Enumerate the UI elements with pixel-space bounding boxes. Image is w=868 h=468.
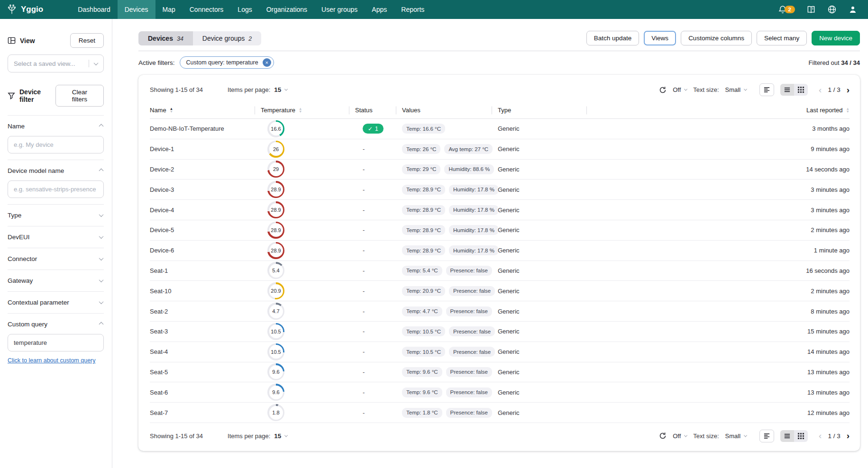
compact-list-view-button[interactable]: [759, 430, 774, 442]
filter-section-input[interactable]: [8, 180, 104, 198]
device-row[interactable]: Device-1 26 - Temp: 26 °CAvg temp: 27 °C…: [150, 139, 850, 160]
nav-item[interactable]: Apps: [365, 0, 394, 19]
value-pill: Temp: 20.9 °C: [402, 286, 445, 296]
items-per-page-select[interactable]: 15: [274, 86, 287, 93]
header-button[interactable]: Customize columns: [681, 31, 752, 45]
device-values: Temp: 5.4 °CPresence: false: [402, 266, 498, 276]
prev-page-button[interactable]: ‹: [819, 85, 822, 95]
column-header[interactable]: Name ▲▼: [150, 102, 261, 118]
nav-item[interactable]: Devices: [118, 0, 155, 19]
refresh-interval-select[interactable]: Off: [673, 432, 687, 440]
yggio-brand[interactable]: Yggio: [0, 0, 52, 19]
device-row[interactable]: Seat-2 4.7 - Temp: 4.7 °CPresence: false…: [150, 301, 850, 322]
device-status: -: [355, 247, 402, 254]
compact-list-view-button[interactable]: [759, 83, 774, 96]
list-view-button[interactable]: [780, 84, 794, 96]
filter-section-header[interactable]: DevEUI: [8, 233, 104, 242]
filter-section-header[interactable]: Gateway: [8, 276, 104, 285]
device-row[interactable]: Seat-6 9.6 - Temp: 9.6 °CPresence: false…: [150, 382, 850, 403]
refresh-interval-select[interactable]: Off: [673, 86, 687, 93]
nav-item[interactable]: Organizations: [259, 0, 314, 19]
docs-book-icon[interactable]: [806, 5, 816, 14]
device-row[interactable]: Device-4 28.9 - Temp: 28.9 °CHumidity: 1…: [150, 200, 850, 220]
reset-view-button[interactable]: Reset: [70, 33, 104, 48]
clear-filters-button[interactable]: Clear filters: [55, 85, 104, 107]
nav-item[interactable]: Connectors: [183, 0, 231, 19]
device-status: -: [355, 145, 402, 153]
device-row[interactable]: Device-2 29 - Temp: 29 °CHumidity: 88.6 …: [150, 160, 850, 180]
device-row[interactable]: Demo-NB-IoT-Temperature 16.6 ✓1 Temp: 16…: [150, 119, 850, 139]
filter-section: Gateway: [8, 270, 104, 291]
chevron-down-icon: [284, 88, 288, 91]
device-row[interactable]: Seat-4 10.5 - Temp: 10.5 °CPresence: fal…: [150, 342, 850, 362]
device-row[interactable]: Seat-10 20.9 - Temp: 20.9 °CPresence: fa…: [150, 281, 850, 301]
header-button[interactable]: Views: [644, 31, 676, 45]
filter-section-header[interactable]: Contextual parameter: [8, 298, 104, 307]
device-values: Temp: 1.8 °CPresence: false: [402, 408, 498, 418]
saved-view-select[interactable]: Select a saved view...: [8, 54, 104, 72]
device-row[interactable]: Seat-7 1.8 - Temp: 1.8 °CPresence: false…: [150, 403, 850, 423]
chevron-down-icon: [684, 434, 687, 437]
header-button[interactable]: Select many: [757, 31, 807, 45]
device-name: Device-1: [150, 145, 261, 153]
list-view-button[interactable]: [780, 430, 794, 442]
text-size-label: Text size:: [693, 432, 719, 440]
value-pill: Presence: false: [446, 408, 492, 418]
device-row[interactable]: Seat-3 10.5 - Temp: 10.5 °CPresence: fal…: [150, 322, 850, 342]
device-row[interactable]: Seat-5 9.6 - Temp: 9.6 °CPresence: false…: [150, 362, 850, 383]
device-type: Generic: [498, 389, 593, 396]
device-status: -: [355, 308, 402, 315]
tab[interactable]: Device groups2: [193, 31, 261, 45]
filter-section-header[interactable]: Connector: [8, 254, 104, 263]
filter-section-header[interactable]: Custom query: [8, 320, 104, 329]
notifications-bell-icon[interactable]: 2: [778, 5, 795, 14]
value-pill: Presence: false: [449, 347, 495, 357]
chevron-icon: [99, 169, 104, 173]
grid-view-button[interactable]: [794, 84, 808, 96]
next-page-button[interactable]: ›: [847, 85, 850, 95]
remove-filter-icon[interactable]: ×: [263, 58, 271, 67]
auto-refresh-icon[interactable]: [659, 86, 667, 94]
device-values: Temp: 28.9 °CHumidity: 17.8 %: [402, 205, 498, 215]
device-row[interactable]: Device-3 28.9 - Temp: 28.9 °CHumidity: 1…: [150, 180, 850, 200]
temperature-gauge: 16.6: [267, 120, 284, 137]
filter-section-input[interactable]: [8, 136, 104, 153]
text-size-select[interactable]: Small: [725, 432, 747, 440]
text-size-select[interactable]: Small: [725, 86, 747, 93]
top-navbar: Yggio DashboardDevicesMapConnectorsLogsO…: [0, 0, 868, 19]
next-page-button[interactable]: ›: [847, 431, 850, 441]
temperature-gauge: 10.5: [267, 323, 284, 340]
column-header[interactable]: Last reported ▲▼: [774, 102, 850, 118]
header-button[interactable]: New device: [812, 31, 860, 45]
filter-section-header[interactable]: Device model name: [8, 166, 104, 175]
device-values: Temp: 28.9 °CHumidity: 17.8 %: [402, 225, 498, 235]
device-row[interactable]: Device-5 28.9 - Temp: 28.9 °CHumidity: 1…: [150, 220, 850, 241]
chevron-icon: [99, 234, 104, 239]
device-name: Seat-3: [150, 328, 261, 335]
items-per-page-select[interactable]: 15: [274, 432, 287, 440]
header-button[interactable]: Batch update: [586, 31, 640, 45]
nav-item[interactable]: User groups: [314, 0, 365, 19]
grid-view-button[interactable]: [794, 430, 808, 442]
nav-item[interactable]: Map: [155, 0, 183, 19]
chevron-down-icon: [684, 88, 687, 91]
filter-section-header[interactable]: Name: [8, 122, 104, 131]
auto-refresh-icon[interactable]: [659, 432, 667, 440]
nav-item[interactable]: Reports: [394, 0, 431, 19]
language-globe-icon[interactable]: [827, 5, 837, 14]
prev-page-button[interactable]: ‹: [819, 431, 822, 441]
column-header[interactable]: Temperature ▲▼: [261, 102, 355, 118]
device-type: Generic: [498, 288, 593, 295]
device-row[interactable]: Device-6 28.9 - Temp: 28.9 °CHumidity: 1…: [150, 241, 850, 261]
tab[interactable]: Devices34: [138, 31, 193, 45]
device-row[interactable]: Seat-1 5.4 - Temp: 5.4 °CPresence: false…: [150, 261, 850, 281]
filter-section-header[interactable]: Type: [8, 211, 104, 220]
user-profile-icon[interactable]: [848, 5, 858, 14]
nav-item[interactable]: Dashboard: [71, 0, 118, 19]
nav-item[interactable]: Logs: [230, 0, 259, 19]
custom-query-help-link[interactable]: Click to learn about custom query: [8, 357, 96, 364]
device-name: Seat-4: [150, 348, 261, 355]
filter-section-input[interactable]: [8, 334, 104, 351]
last-reported: 13 minutes ago: [774, 369, 850, 376]
filter-section: Device model name: [8, 160, 104, 204]
